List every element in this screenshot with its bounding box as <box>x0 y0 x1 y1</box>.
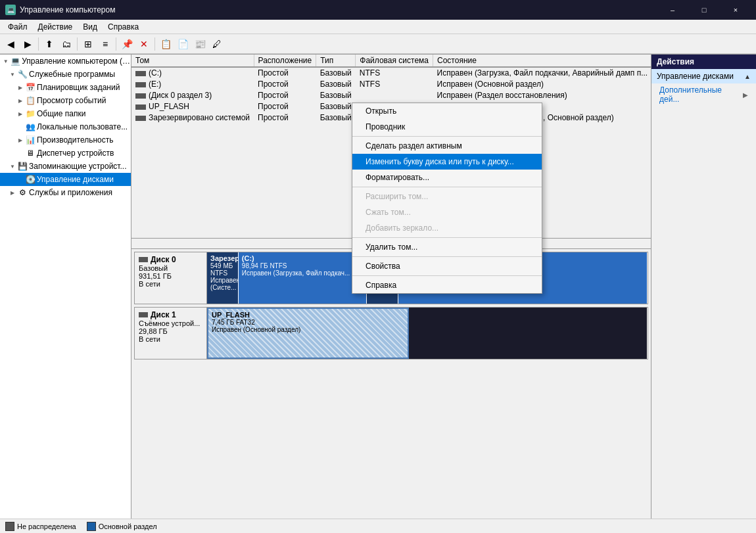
sidebar-item-perf[interactable]: ▶ 📊 Производительность <box>0 133 131 147</box>
ctx-item-explorer[interactable]: Проводник <box>352 119 542 135</box>
actions-link-arrow: ▶ <box>743 91 748 99</box>
toolbar-paste[interactable]: 📄 <box>175 36 191 52</box>
cell-raspoloz: Простой <box>254 112 316 124</box>
sidebar-item-storage[interactable]: ▼ 💾 Запоминающие устройст... <box>0 160 131 173</box>
sidebar-item-utils-label: Служебные программы <box>29 70 115 79</box>
arrow-perf: ▶ <box>16 135 25 145</box>
actions-section-diskmgmt[interactable]: Управление дисками ▲ <box>651 69 756 83</box>
window-title: Управление компьютером <box>20 5 115 14</box>
arrow-utils: ▼ <box>8 70 17 79</box>
title-bar: 💻 Управление компьютером – □ × <box>0 0 756 20</box>
sidebar-item-devmgr-label: Диспетчер устройств <box>37 149 114 158</box>
arrow-folders: ▶ <box>16 109 25 118</box>
devmgr-icon: 🖥 <box>25 148 35 158</box>
cell-raspoloz: Простой <box>254 67 316 79</box>
cell-tip: Базовый <box>316 90 356 101</box>
col-header-raspoloz: Расположение <box>254 55 316 67</box>
menu-view[interactable]: Вид <box>78 21 103 33</box>
disk-info-0: Диск 0 Базовый 931,51 ГБ В сети <box>135 252 207 304</box>
toolbar-view1[interactable]: ⊞ <box>80 36 96 52</box>
sidebar-item-devmgr[interactable]: ▶ 🖥 Диспетчер устройств <box>0 147 131 160</box>
cell-status: Исправен (Основной раздел) <box>433 79 651 90</box>
sidebar-item-scheduler-label: Планировщик заданий <box>37 83 120 92</box>
utils-icon: 🔧 <box>17 69 28 80</box>
menu-action[interactable]: Действие <box>33 21 78 33</box>
ctx-item-properties[interactable]: Свойства <box>352 258 542 274</box>
cell-status: Исправен (Раздел восстановления) <box>433 90 651 101</box>
ctx-item-format[interactable]: Форматировать... <box>352 170 542 185</box>
close-button[interactable]: × <box>721 0 751 20</box>
toolbar-stop[interactable]: ✕ <box>136 36 152 52</box>
arrow-scheduler: ▶ <box>16 83 25 92</box>
p1-upflash-label: UP_FLASH <box>212 311 404 319</box>
sidebar-item-utils[interactable]: ▼ 🔧 Служебные программы <box>0 68 131 81</box>
disk0-size: 931,51 ГБ <box>139 272 202 280</box>
cell-tom: (C:) <box>131 67 254 79</box>
p0-c-status: Исправен (Загрузка, Файл подкач... <box>242 269 363 277</box>
toolbar-copy[interactable]: 📋 <box>158 36 174 52</box>
partition-disk1-black[interactable] <box>409 308 648 359</box>
cell-raspoloz: Простой <box>254 79 316 90</box>
sidebar-item-storage-label: Запоминающие устройст... <box>29 162 127 171</box>
table-row[interactable]: (E:) Простой Базовый NTFS Исправен (Осно… <box>131 79 651 90</box>
minimize-button[interactable]: – <box>657 0 688 20</box>
cell-fs <box>356 90 433 101</box>
arrow-services: ▶ <box>8 188 17 197</box>
col-header-tip: Тип <box>316 55 356 67</box>
toolbar-pin[interactable]: 📌 <box>119 36 135 52</box>
toolbar-forward[interactable]: ▶ <box>20 36 35 52</box>
col-header-status: Состояние <box>433 55 651 67</box>
actions-link-more[interactable]: Дополнительные дей... ▶ <box>651 83 756 106</box>
sidebar-item-diskmgmt-label: Управление дисками <box>37 175 114 184</box>
sidebar-item-diskmgmt[interactable]: ▶ 💽 Управление дисками <box>0 173 131 186</box>
toolbar: ◀ ▶ ⬆ 🗂 ⊞ ≡ 📌 ✕ 📋 📄 📰 🖊 <box>0 34 756 54</box>
legend-primary: Основной раздел <box>87 522 157 531</box>
disk-info-1: Диск 1 Съёмное устрой... 29,88 ГБ В сети <box>135 308 207 359</box>
arrow-events: ▶ <box>16 96 25 105</box>
menu-file[interactable]: Файл <box>3 21 33 33</box>
diskmgmt-icon: 💽 <box>25 174 35 185</box>
p0-reserved-label: Зарезервировал <box>210 254 235 262</box>
ctx-separator <box>352 136 542 137</box>
partition-disk0-reserved[interactable]: Зарезервировал 549 МБ NTFS Исправен (Сис… <box>207 252 239 304</box>
toolbar-doc1[interactable]: 📰 <box>192 36 208 52</box>
sidebar-item-services[interactable]: ▶ ⚙ Службы и приложения <box>0 186 131 199</box>
toolbar-back[interactable]: ◀ <box>3 36 18 52</box>
sidebar-item-events-label: Просмотр событий <box>37 96 106 105</box>
disk0-name: Диск 0 <box>139 255 202 264</box>
computer-icon: 💻 <box>11 56 21 66</box>
table-row[interactable]: (C:) Простой Базовый NTFS Исправен (Загр… <box>131 67 651 79</box>
sidebar-item-events[interactable]: ▶ 📋 Просмотр событий <box>0 94 131 107</box>
p0-reserved-status: Исправен (Систе... <box>210 277 235 291</box>
storage-icon: 💾 <box>17 161 28 172</box>
toolbar-folder[interactable]: 🗂 <box>59 36 74 52</box>
p1-upflash-status: Исправен (Основной раздел) <box>212 326 404 333</box>
sidebar-item-scheduler[interactable]: ▶ 📅 Планировщик заданий <box>0 81 131 94</box>
sidebar-item-localusers[interactable]: ▶ 👥 Локальные пользовате... <box>0 120 131 133</box>
disk1-type: Съёмное устрой... <box>139 319 202 327</box>
menu-help[interactable]: Справка <box>103 21 144 33</box>
disk0-icon <box>139 257 148 262</box>
toolbar-view2[interactable]: ≡ <box>97 36 113 52</box>
partition-disk1-upflash[interactable]: UP_FLASH 7,45 ГБ FAT32 Исправен (Основно… <box>207 308 409 359</box>
table-row[interactable]: (Диск 0 раздел 3) Простой Базовый Исправ… <box>131 90 651 101</box>
partition-disk0-c[interactable]: (C:) 98,94 ГБ NTFS Исправен (Загрузка, Ф… <box>239 252 367 304</box>
ctx-item-open[interactable]: Открыть <box>352 103 542 119</box>
sidebar-item-localusers-label: Локальные пользовате... <box>37 122 128 131</box>
sidebar-item-folders[interactable]: ▶ 📁 Общие папки <box>0 107 131 120</box>
ctx-item-changeletter[interactable]: Изменить букву диска или путь к диску... <box>352 154 542 170</box>
legend-label-unallocated: Не распределена <box>17 522 76 530</box>
legend-label-primary: Основной раздел <box>99 522 157 530</box>
ctx-item-shrink: Сжать том... <box>352 204 542 220</box>
sidebar-item-root[interactable]: ▼ 💻 Управление компьютером (л... <box>0 55 131 68</box>
ctx-item-help[interactable]: Справка <box>352 277 542 293</box>
ctx-item-makeactive[interactable]: Сделать раздел активным <box>352 138 542 154</box>
app-icon: 💻 <box>5 5 16 15</box>
maximize-button[interactable]: □ <box>689 0 719 20</box>
disk1-size: 29,88 ГБ <box>139 327 202 335</box>
ctx-item-delete[interactable]: Удалить том... <box>352 239 542 255</box>
toolbar-up[interactable]: ⬆ <box>41 36 57 52</box>
folders-icon: 📁 <box>25 108 35 119</box>
disk1-icon <box>139 312 148 317</box>
toolbar-edit[interactable]: 🖊 <box>209 36 225 52</box>
